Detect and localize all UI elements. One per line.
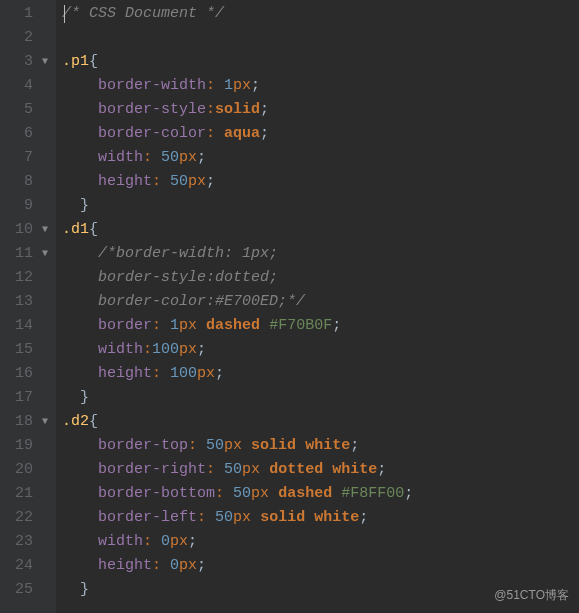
brace: }	[80, 581, 89, 598]
unit: px	[251, 485, 269, 502]
code-line	[62, 26, 579, 50]
gutter-row: 18▼	[10, 410, 48, 434]
gutter-row: 10▼	[10, 218, 48, 242]
gutter-row: 12	[10, 266, 48, 290]
unit: px	[179, 341, 197, 358]
code-line: }	[62, 194, 579, 218]
line-number: 22	[13, 506, 33, 530]
unit: px	[233, 77, 251, 94]
gutter-row: 4	[10, 74, 48, 98]
code-line: border-style:dotted;	[62, 266, 579, 290]
line-number: 1	[13, 2, 33, 26]
comment: /* CSS Document */	[62, 5, 224, 22]
line-number: 21	[13, 482, 33, 506]
number: 1	[224, 77, 233, 94]
selector: .d2	[62, 413, 89, 430]
fold-icon[interactable]: ▼	[38, 410, 48, 434]
code-line: border: 1px dashed #F70B0F;	[62, 314, 579, 338]
gutter-row: 5	[10, 98, 48, 122]
unit: px	[242, 461, 260, 478]
line-number: 23	[13, 530, 33, 554]
line-number: 25	[13, 578, 33, 602]
code-line: /* CSS Document */	[62, 2, 579, 26]
value: solid	[260, 509, 305, 526]
comment: /*border-width: 1px;	[98, 245, 278, 262]
code-line: .d2{	[62, 410, 579, 434]
gutter-row: 17	[10, 386, 48, 410]
line-number: 8	[13, 170, 33, 194]
fold-icon[interactable]: ▼	[38, 50, 48, 74]
line-number: 15	[13, 338, 33, 362]
selector: .p1	[62, 53, 89, 70]
property: border-width	[98, 77, 206, 94]
value: aqua	[224, 125, 260, 142]
selector: .d1	[62, 221, 89, 238]
comment: border-color:#E700ED;*/	[98, 293, 305, 310]
unit: px	[179, 557, 197, 574]
line-number: 6	[13, 122, 33, 146]
number: 50	[233, 485, 251, 502]
code-line: .p1{	[62, 50, 579, 74]
gutter-row: 16	[10, 362, 48, 386]
code-line: border-style:solid;	[62, 98, 579, 122]
hex-color: #F70B0F	[269, 317, 332, 334]
code-line: }	[62, 386, 579, 410]
number: 1	[170, 317, 179, 334]
unit: px	[233, 509, 251, 526]
fold-icon[interactable]: ▼	[38, 218, 48, 242]
gutter-row: 9	[10, 194, 48, 218]
line-number: 16	[13, 362, 33, 386]
gutter-row: 19	[10, 434, 48, 458]
value: solid	[251, 437, 296, 454]
property: border	[98, 317, 152, 334]
code-line: height: 100px;	[62, 362, 579, 386]
value: dashed	[278, 485, 332, 502]
property: border-color	[98, 125, 206, 142]
gutter-row: 13	[10, 290, 48, 314]
code-line: width: 50px;	[62, 146, 579, 170]
value: white	[314, 509, 359, 526]
line-number: 10	[13, 218, 33, 242]
line-number: 18	[13, 410, 33, 434]
value: dotted	[269, 461, 323, 478]
hex-color: #F8FF00	[341, 485, 404, 502]
unit: px	[170, 533, 188, 550]
number: 50	[161, 149, 179, 166]
watermark: @51CTO博客	[494, 583, 569, 607]
line-number: 9	[13, 194, 33, 218]
gutter-row: 22	[10, 506, 48, 530]
gutter-row: 25	[10, 578, 48, 602]
brace: {	[89, 53, 98, 70]
code-line: border-color: aqua;	[62, 122, 579, 146]
line-number: 24	[13, 554, 33, 578]
code-editor[interactable]: 123▼45678910▼11▼12131415161718▼192021222…	[0, 0, 579, 613]
code-line: width: 0px;	[62, 530, 579, 554]
code-line: height: 50px;	[62, 170, 579, 194]
gutter-row: 8	[10, 170, 48, 194]
value: solid	[215, 101, 260, 118]
property: width	[98, 341, 143, 358]
code-line: border-left: 50px solid white;	[62, 506, 579, 530]
text-cursor	[64, 5, 65, 23]
line-number: 17	[13, 386, 33, 410]
gutter-row: 2	[10, 26, 48, 50]
fold-icon[interactable]: ▼	[38, 242, 48, 266]
number: 0	[170, 557, 179, 574]
number: 50	[215, 509, 233, 526]
gutter-row: 15	[10, 338, 48, 362]
code-line: .d1{	[62, 218, 579, 242]
brace: {	[89, 221, 98, 238]
line-number: 20	[13, 458, 33, 482]
gutter-row: 7	[10, 146, 48, 170]
property: width	[98, 533, 143, 550]
value: dashed	[206, 317, 260, 334]
property: height	[98, 557, 152, 574]
code-area[interactable]: /* CSS Document */ .p1{ border-width: 1p…	[56, 0, 579, 613]
number: 100	[170, 365, 197, 382]
number: 100	[152, 341, 179, 358]
code-line: border-color:#E700ED;*/	[62, 290, 579, 314]
line-number: 2	[13, 26, 33, 50]
property: border-style	[98, 101, 206, 118]
brace: }	[80, 197, 89, 214]
property: height	[98, 365, 152, 382]
